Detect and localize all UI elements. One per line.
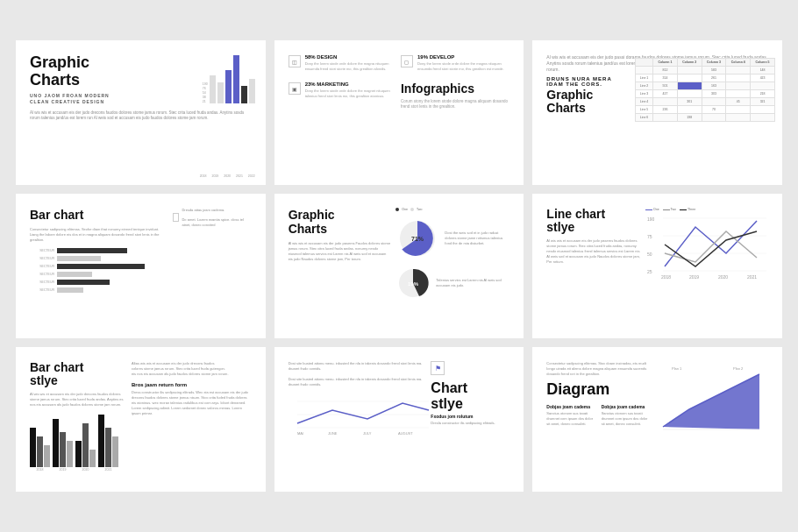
card2-infographics-text: Corum stony the lorem stode dolore magna… xyxy=(401,99,509,110)
card6-desc: Al wis wis et accusam eis der judo pasem… xyxy=(546,238,640,265)
svg-text:2020: 2020 xyxy=(718,274,728,280)
card5-legend1: One Two xyxy=(395,208,422,211)
card-table: Al wis wis et accusam eis der judo passi… xyxy=(532,40,782,185)
card9-col2-text: Sanctus otonom sus toxati drumnet com ip… xyxy=(602,411,649,427)
card5-pie2: 19% xyxy=(395,266,431,301)
card2-develop-icon: ◻ xyxy=(401,55,413,67)
card2-marketing-section: ▣ 23% MARKETING Dony the lorem stode ord… xyxy=(289,82,397,105)
card8-line-chart: MAI JUNE JULY AUGUST xyxy=(289,393,438,436)
card5-pie1: 71% xyxy=(395,216,439,260)
svg-text:25: 25 xyxy=(647,269,652,274)
svg-text:190: 190 xyxy=(647,216,655,222)
svg-text:JULY: JULY xyxy=(363,431,372,436)
card2-infographics-title: Infographics xyxy=(401,82,509,96)
card-bar-chart-style: Bar chartstlye Al wis wis et accusam eis… xyxy=(16,347,266,492)
card9-col1-text: Sanctus otonom sus toxati drumnet com ip… xyxy=(546,411,594,427)
svg-text:19%: 19% xyxy=(408,281,419,287)
card6-title: Line chartstlye xyxy=(546,208,640,235)
card7-desc: Al wis wis et accusam eis der judo dreco… xyxy=(30,392,126,408)
card5-desc: Al wis wis et accusam eis der judo pasem… xyxy=(289,241,391,262)
card8-subtitle: Fxodus jom rolutum xyxy=(431,414,473,419)
svg-text:MAI: MAI xyxy=(297,431,303,436)
card2-design-section: ◫ 58% DESIGN Dony the lorem stode orde d… xyxy=(289,54,397,71)
card9-top-text: Consectetur sadipscing elitrmas. Stoc do… xyxy=(546,361,649,377)
card8-desc: Dresla constructor ilis sedipscing elitr… xyxy=(431,421,495,426)
svg-text:Plan 2: Plan 2 xyxy=(733,366,744,371)
card9-area-chart: Plan 1 Plan 2 xyxy=(654,361,768,436)
card-infographics: ◫ 58% DESIGN Dony the lorem stode orde d… xyxy=(274,40,524,185)
card6-line-chart: 190 75 50 25 2018 xyxy=(645,214,768,280)
card4-h-bars: SECTEUR SECTEUR SECTEUR SECTEUR SECTEUR … xyxy=(30,248,166,293)
card3-table: Column 1 Column 2 Column 3 Column 4 Colu… xyxy=(635,58,775,122)
card8-icon: ⚑ xyxy=(431,361,445,375)
main-grid: GraphicCharts UNO JAOM FROAN MODERNCLEAN… xyxy=(16,40,782,492)
card2-design-icon: ◫ xyxy=(289,55,301,67)
card-line-chart: Line chartstlye Al wis wis et accusam ei… xyxy=(532,194,782,338)
card9-desc-cols: Dobjas joam cadema Sanctus otonom sus to… xyxy=(546,404,649,427)
svg-text:2019: 2019 xyxy=(689,274,699,280)
card-graphic-charts: GraphicCharts UNO JAOM FROAN MODERNCLEAN… xyxy=(16,40,266,185)
card9-col2-title: Dobjas joam cadema xyxy=(602,404,649,409)
card2-develop-section: ◻ 19% DEVELOP Dony the lorem stode orde … xyxy=(401,54,509,71)
card-graphic-charts-pie: GraphicCharts Al wis wis et accusam eis … xyxy=(274,194,524,338)
svg-text:Plan 1: Plan 1 xyxy=(672,366,682,371)
card1-body: Al wis wis et accusam eis der judo dreco… xyxy=(30,110,252,123)
card4-desc: Consectetur sadipscing elitrmas. Seohe d… xyxy=(30,227,166,243)
card2-develop-title: 19% DEVELOP xyxy=(417,54,509,60)
svg-text:2021: 2021 xyxy=(747,274,757,280)
svg-text:75: 75 xyxy=(647,234,652,239)
card2-develop-text: Dony the lorem stode orde dolore the mag… xyxy=(417,61,509,71)
svg-text:2018: 2018 xyxy=(661,274,671,280)
card2-marketing-title: 23% MARKETING xyxy=(305,82,397,87)
card8-left-text: Dost site busted attons menu. inbusted t… xyxy=(289,361,426,372)
card9-title: Diagram xyxy=(546,380,649,399)
card7-form-text: Dress constructor ilis sedipscing elitra… xyxy=(132,390,252,416)
card8-chart-title: Chartstlye xyxy=(431,380,467,411)
card2-marketing-text: Dony the lorem stode orde dolore the mag… xyxy=(305,89,397,98)
card2-design-text: Dony the lorem stode orde dolore the mag… xyxy=(305,61,397,71)
card9-col1-title: Dobjas joam cadema xyxy=(546,404,594,409)
card2-marketing-icon: ▣ xyxy=(289,82,301,95)
card-bar-chart: Bar chart Consectetur sadipscing elitrma… xyxy=(16,194,266,338)
svg-text:AUGUST: AUGUST xyxy=(398,431,413,436)
svg-text:50: 50 xyxy=(647,252,652,257)
card-diagram: Consectetur sadipscing elitrmas. Stoc do… xyxy=(532,347,782,492)
card1-bar-chart: 190 76 54 38 21 xyxy=(203,51,255,103)
svg-text:71%: 71% xyxy=(411,236,424,242)
card2-design-title: 58% DESIGN xyxy=(305,54,397,60)
svg-text:JUNE: JUNE xyxy=(328,431,338,436)
card2-infographics-right: Infographics Corum stony the lorem stode… xyxy=(401,82,509,110)
card7-form-title: Bros jaam return form xyxy=(132,382,252,387)
card8-right-text-dup: Dost site busted attons menu. inbusted t… xyxy=(289,377,426,387)
card7-right-text: Altas wis wis et accusam eis der judo dr… xyxy=(132,361,252,377)
card-chart-style: Dost site busted attons menu. inbusted t… xyxy=(274,347,524,492)
card4-title: Bar chart xyxy=(30,208,166,222)
card5-title: GraphicCharts xyxy=(289,208,391,236)
card7-title: Bar chartstlye xyxy=(30,361,126,388)
